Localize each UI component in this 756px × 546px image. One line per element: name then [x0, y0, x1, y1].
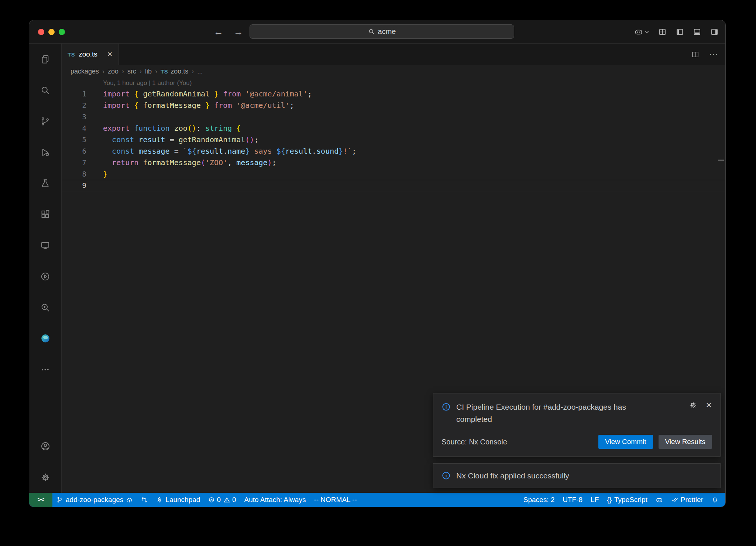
line-number[interactable]: 5: [62, 134, 86, 146]
branch-indicator[interactable]: add-zoo-packages: [52, 493, 137, 507]
find-references-icon[interactable]: [29, 292, 61, 323]
breadcrumb-item-src[interactable]: src: [127, 68, 136, 75]
code-text[interactable]: const result = getRandomAnimal();: [86, 134, 259, 146]
search-icon[interactable]: [29, 75, 61, 106]
formatter-label: Prettier: [681, 496, 703, 504]
warning-count: 0: [232, 496, 236, 504]
line-number[interactable]: 2: [62, 100, 86, 111]
line-number[interactable]: 7: [62, 157, 86, 168]
code-lines: 1import { getRandomAnimal } from '@acme/…: [62, 88, 725, 191]
breadcrumb-item-zoo[interactable]: zoo: [108, 68, 118, 75]
tab-zoo-ts[interactable]: TS zoo.ts ✕: [62, 44, 119, 65]
code-line-9[interactable]: 9: [62, 180, 725, 191]
command-center-search[interactable]: acme: [250, 24, 514, 39]
code-text[interactable]: return formatMessage('ZOO', message);: [86, 157, 276, 168]
title-bar: ← → acme: [29, 20, 725, 44]
gitlens-blame-annotation: You, 1 hour ago | 1 author (You): [62, 78, 725, 88]
source-control-icon[interactable]: [29, 106, 61, 137]
line-number[interactable]: 9: [62, 180, 86, 191]
accounts-icon[interactable]: [29, 431, 61, 462]
breadcrumb-item-lib[interactable]: lib: [145, 68, 152, 75]
toggle-primary-sidebar-button[interactable]: [676, 28, 684, 36]
copilot-status-button[interactable]: [652, 493, 667, 507]
chevron-right-icon: ›: [140, 68, 142, 75]
settings-gear-icon[interactable]: [29, 462, 61, 493]
line-number[interactable]: 1: [62, 88, 86, 100]
tab-label: zoo.ts: [79, 50, 97, 58]
explorer-icon[interactable]: [29, 44, 61, 75]
code-line-3[interactable]: 3: [62, 111, 725, 123]
launchpad-label: Launchpad: [165, 496, 200, 504]
remote-indicator[interactable]: ><: [29, 493, 52, 507]
code-text[interactable]: [86, 111, 103, 123]
code-line-8[interactable]: 8}: [62, 168, 725, 180]
copilot-menu-button[interactable]: [634, 27, 649, 36]
breadcrumb-item-packages[interactable]: packages: [71, 68, 99, 75]
notification-close-icon[interactable]: ✕: [705, 401, 712, 410]
navigate-forward-button[interactable]: →: [234, 26, 243, 38]
bell-icon: [711, 496, 718, 504]
vim-mode-indicator[interactable]: -- NORMAL --: [310, 493, 361, 507]
toggle-secondary-sidebar-button[interactable]: [710, 28, 719, 36]
edge-devtools-icon[interactable]: [29, 323, 61, 354]
problems-indicator[interactable]: 0 0: [204, 493, 240, 507]
copilot-icon: [634, 27, 643, 36]
code-line-6[interactable]: 6 const message = `${result.name} says $…: [62, 146, 725, 157]
code-text[interactable]: [86, 180, 103, 191]
code-line-7[interactable]: 7 return formatMessage('ZOO', message);: [62, 157, 725, 168]
line-number[interactable]: 3: [62, 111, 86, 123]
testing-icon[interactable]: [29, 168, 61, 199]
line-number[interactable]: 6: [62, 146, 86, 157]
zoom-window-button[interactable]: [59, 29, 65, 35]
launchpad-button[interactable]: Launchpad: [152, 493, 204, 507]
auto-attach-indicator[interactable]: Auto Attach: Always: [240, 493, 310, 507]
breadcrumb: packages › zoo › src › lib › TS zoo.ts ›…: [62, 65, 725, 78]
error-icon: [208, 496, 215, 503]
typescript-file-icon: TS: [68, 51, 75, 58]
minimize-window-button[interactable]: [48, 29, 55, 35]
notification-source: Source: Nx Console: [441, 438, 507, 446]
code-text[interactable]: export function zoo(): string {: [86, 123, 241, 134]
breadcrumb-item-symbol[interactable]: ...: [197, 68, 203, 75]
remote-explorer-icon[interactable]: [29, 230, 61, 261]
language-mode-indicator[interactable]: {} TypeScript: [603, 493, 651, 507]
code-text[interactable]: }: [86, 168, 107, 180]
status-bar: >< add-zoo-packages: [29, 493, 725, 507]
close-tab-icon[interactable]: ✕: [107, 50, 113, 58]
line-number[interactable]: 8: [62, 168, 86, 180]
code-text[interactable]: const message = `${result.name} says ${r…: [86, 146, 356, 157]
screen-background: ← → acme: [0, 0, 756, 546]
notifications-bell-button[interactable]: [707, 493, 722, 507]
extensions-icon[interactable]: [29, 199, 61, 230]
code-text[interactable]: import { getRandomAnimal } from '@acme/a…: [86, 88, 312, 100]
split-editor-icon[interactable]: [691, 50, 700, 59]
run-debug-icon[interactable]: [29, 137, 61, 168]
navigate-back-button[interactable]: ←: [214, 26, 223, 38]
code-line-4[interactable]: 4export function zoo(): string {: [62, 123, 725, 134]
git-compare-icon: [141, 496, 148, 503]
formatter-indicator[interactable]: Prettier: [667, 493, 707, 507]
more-actions-icon[interactable]: ⋯: [709, 49, 718, 59]
line-number[interactable]: 4: [62, 123, 86, 134]
code-line-5[interactable]: 5 const result = getRandomAnimal();: [62, 134, 725, 146]
notification-settings-gear-icon[interactable]: [689, 401, 697, 409]
encoding-indicator[interactable]: UTF-8: [559, 493, 587, 507]
view-commit-button[interactable]: View Commit: [598, 435, 653, 449]
cloud-upload-icon: [126, 496, 133, 504]
view-results-button[interactable]: View Results: [659, 435, 712, 449]
customize-layout-button[interactable]: [658, 28, 667, 36]
eol-indicator[interactable]: LF: [587, 493, 603, 507]
info-icon: [441, 471, 451, 480]
breadcrumb-item-file[interactable]: TS zoo.ts: [161, 68, 188, 75]
chevron-right-icon: ›: [122, 68, 124, 75]
toggle-panel-button[interactable]: [693, 28, 701, 36]
code-line-2[interactable]: 2import { formatMessage } from '@acme/ut…: [62, 100, 725, 111]
overview-ruler-mark: [718, 160, 724, 161]
close-window-button[interactable]: [38, 29, 44, 35]
code-text[interactable]: import { formatMessage } from '@acme/uti…: [86, 100, 294, 111]
additional-views-icon[interactable]: [29, 354, 61, 385]
code-line-1[interactable]: 1import { getRandomAnimal } from '@acme/…: [62, 88, 725, 100]
source-control-graph-button[interactable]: [137, 493, 152, 507]
indentation-indicator[interactable]: Spaces: 2: [519, 493, 559, 507]
play-circle-icon[interactable]: [29, 261, 61, 292]
